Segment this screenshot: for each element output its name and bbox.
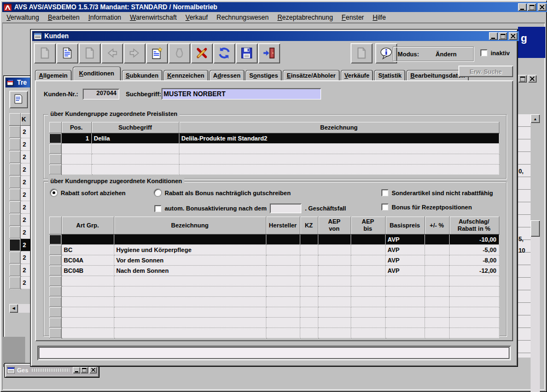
tab-kennzeichen[interactable]: Kennzeichen: [164, 70, 208, 80]
grid-cell[interactable]: Hygiene und Körperpflege: [114, 245, 266, 255]
grid-cell[interactable]: [449, 307, 499, 318]
tab-konditionen[interactable]: Konditionen: [73, 67, 121, 80]
tab-sonstiges[interactable]: Sonstiges: [246, 70, 282, 80]
scroll-up-arrow-icon[interactable]: ▲: [531, 114, 540, 123]
grid-cell[interactable]: [318, 307, 351, 318]
min-window-restore-button[interactable]: [80, 367, 88, 373]
grid-cell[interactable]: [61, 235, 114, 245]
grid-cell[interactable]: [351, 297, 385, 307]
grid-cell[interactable]: [300, 297, 318, 307]
row-selector[interactable]: [49, 318, 61, 328]
scroll-left-arrow-icon[interactable]: ◀: [9, 304, 18, 313]
grid-cell[interactable]: AVP: [385, 235, 424, 245]
tab-statistik[interactable]: Statistik: [374, 70, 405, 80]
grid-cell[interactable]: [385, 328, 424, 338]
row-selector[interactable]: [49, 245, 61, 255]
grid-cell[interactable]: [351, 245, 385, 255]
background-left-titlebar[interactable]: Tre: [5, 78, 33, 87]
rabatt-bonus-radio[interactable]: [154, 189, 161, 196]
grid-cell[interactable]: -10,00: [449, 235, 499, 245]
grid-cell[interactable]: [266, 318, 300, 328]
menu-item-rechnungswesen[interactable]: Rechnungswesen: [212, 13, 273, 22]
grid-cell[interactable]: [351, 286, 385, 297]
grid-cell[interactable]: 1: [61, 133, 91, 144]
grid-cell[interactable]: [351, 307, 385, 318]
row-selector[interactable]: [49, 255, 61, 266]
tab-verk-ufe[interactable]: Verkäufe: [341, 70, 374, 80]
row-selector[interactable]: [9, 239, 20, 251]
refresh-button[interactable]: [213, 43, 235, 63]
grid-cell[interactable]: [351, 328, 385, 338]
row-selector[interactable]: [9, 126, 20, 138]
grid-cell[interactable]: [318, 328, 351, 338]
main-titlebar[interactable]: AVS AVS/AVSDEMO 1.5.7/3 Mandant: STANDAR…: [2, 2, 547, 12]
kunden-close-button[interactable]: [509, 32, 517, 40]
grid-cell[interactable]: [114, 328, 266, 338]
grid-cell[interactable]: [179, 165, 499, 175]
row-selector[interactable]: [49, 328, 61, 338]
grid-cell[interactable]: BC04A: [61, 255, 114, 266]
grid-cell[interactable]: [449, 276, 499, 286]
grid-cell[interactable]: [179, 144, 499, 154]
grid-cell[interactable]: [351, 255, 385, 266]
menu-item-bearbeiten[interactable]: Bearbeiten: [43, 13, 84, 22]
row-selector[interactable]: [49, 144, 61, 154]
grid-cell[interactable]: [300, 266, 318, 276]
row-selector[interactable]: [49, 165, 61, 175]
vscroll-thumb[interactable]: [531, 220, 540, 237]
grid-cell[interactable]: -8,00: [449, 255, 499, 266]
grid-cell[interactable]: [385, 276, 424, 286]
tab-subkunden[interactable]: Subkunden: [122, 70, 162, 80]
background-right-vscrollbar[interactable]: ▲: [531, 114, 540, 358]
grid-cell[interactable]: [61, 154, 91, 165]
row-selector[interactable]: [9, 138, 20, 151]
grid-cell[interactable]: [61, 297, 114, 307]
grid-cell[interactable]: [385, 318, 424, 328]
grid-cell[interactable]: [300, 245, 318, 255]
grid-cell[interactable]: [424, 307, 449, 318]
row-selector[interactable]: [49, 133, 61, 144]
grid-cell[interactable]: [61, 286, 114, 297]
grid-cell[interactable]: [424, 255, 449, 266]
grid-cell[interactable]: [266, 297, 300, 307]
grid-cell[interactable]: -12,00: [449, 266, 499, 276]
grid-cell[interactable]: [91, 154, 179, 165]
edit-button[interactable]: [146, 43, 168, 63]
grid-cell[interactable]: [351, 276, 385, 286]
grid-cell[interactable]: [266, 307, 300, 318]
grid-cell[interactable]: [266, 255, 300, 266]
row-selector[interactable]: [9, 214, 20, 226]
grid-cell[interactable]: [424, 286, 449, 297]
grid-cell[interactable]: [300, 235, 318, 245]
grid-cell[interactable]: [61, 144, 91, 154]
autom-bonus-checkbox[interactable]: [154, 205, 161, 212]
row-selector[interactable]: [49, 266, 61, 276]
bonus-rezept-checkbox[interactable]: [381, 203, 388, 210]
kunden-titlebar[interactable]: Kunden: [32, 31, 519, 41]
grid-cell[interactable]: Vor dem Sonnen: [114, 255, 266, 266]
grid-cell[interactable]: [351, 318, 385, 328]
inaktiv-checkbox[interactable]: [480, 49, 487, 56]
grid-cell[interactable]: [351, 235, 385, 245]
row-selector[interactable]: [9, 189, 20, 201]
geschaeftsfall-input[interactable]: [270, 203, 301, 213]
grid-cell[interactable]: Delila: [91, 133, 179, 144]
grid-cell[interactable]: [266, 235, 300, 245]
grid-cell[interactable]: -5,00: [449, 245, 499, 255]
grid-cell[interactable]: [424, 245, 449, 255]
sonderartikel-checkbox[interactable]: [381, 189, 388, 196]
grid-cell[interactable]: [114, 297, 266, 307]
grid-cell[interactable]: Delila-Produkte mit Standard2: [179, 133, 499, 144]
grid-cell[interactable]: AVP: [385, 266, 424, 276]
grid-cell[interactable]: [266, 286, 300, 297]
grid-cell[interactable]: [424, 297, 449, 307]
tab-eins-tze-abholer[interactable]: Einsätze/Abholer: [283, 70, 339, 80]
row-selector[interactable]: [9, 226, 20, 239]
vscroll-track[interactable]: [531, 220, 540, 392]
row-selector[interactable]: [49, 154, 61, 165]
background-left-toolbar-button[interactable]: [9, 91, 28, 108]
grid-cell[interactable]: [318, 297, 351, 307]
background-right-titlebar-fragment[interactable]: g: [518, 27, 545, 58]
row-selector[interactable]: [9, 201, 20, 214]
grid-cell[interactable]: [318, 318, 351, 328]
